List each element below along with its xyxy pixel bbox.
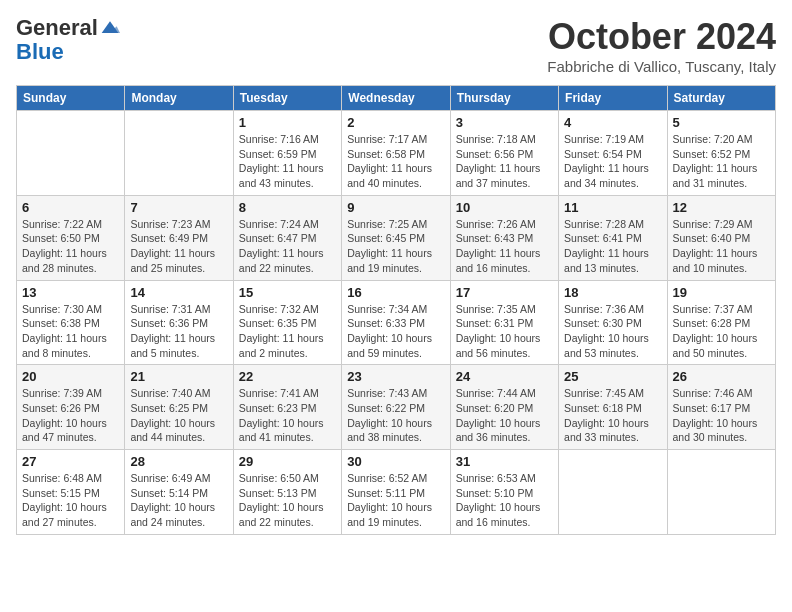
day-number: 13 [22,285,119,300]
day-info: Sunrise: 7:41 AM Sunset: 6:23 PM Dayligh… [239,386,336,445]
day-cell: 9Sunrise: 7:25 AM Sunset: 6:45 PM Daylig… [342,195,450,280]
logo: General Blue [16,16,120,64]
day-cell: 10Sunrise: 7:26 AM Sunset: 6:43 PM Dayli… [450,195,558,280]
day-cell [17,111,125,196]
day-number: 18 [564,285,661,300]
day-info: Sunrise: 7:17 AM Sunset: 6:58 PM Dayligh… [347,132,444,191]
day-number: 29 [239,454,336,469]
day-number: 16 [347,285,444,300]
day-cell: 5Sunrise: 7:20 AM Sunset: 6:52 PM Daylig… [667,111,775,196]
day-number: 20 [22,369,119,384]
day-info: Sunrise: 7:16 AM Sunset: 6:59 PM Dayligh… [239,132,336,191]
day-info: Sunrise: 7:29 AM Sunset: 6:40 PM Dayligh… [673,217,770,276]
col-header-wednesday: Wednesday [342,86,450,111]
day-info: Sunrise: 7:23 AM Sunset: 6:49 PM Dayligh… [130,217,227,276]
day-info: Sunrise: 7:26 AM Sunset: 6:43 PM Dayligh… [456,217,553,276]
day-cell: 31Sunrise: 6:53 AM Sunset: 5:10 PM Dayli… [450,450,558,535]
page-header: General Blue October 2024 Fabbriche di V… [16,16,776,75]
day-info: Sunrise: 7:34 AM Sunset: 6:33 PM Dayligh… [347,302,444,361]
day-info: Sunrise: 7:31 AM Sunset: 6:36 PM Dayligh… [130,302,227,361]
day-info: Sunrise: 7:32 AM Sunset: 6:35 PM Dayligh… [239,302,336,361]
day-info: Sunrise: 7:37 AM Sunset: 6:28 PM Dayligh… [673,302,770,361]
day-info: Sunrise: 6:50 AM Sunset: 5:13 PM Dayligh… [239,471,336,530]
day-number: 25 [564,369,661,384]
day-cell: 1Sunrise: 7:16 AM Sunset: 6:59 PM Daylig… [233,111,341,196]
day-info: Sunrise: 6:53 AM Sunset: 5:10 PM Dayligh… [456,471,553,530]
day-cell: 12Sunrise: 7:29 AM Sunset: 6:40 PM Dayli… [667,195,775,280]
day-cell: 3Sunrise: 7:18 AM Sunset: 6:56 PM Daylig… [450,111,558,196]
day-number: 23 [347,369,444,384]
day-number: 21 [130,369,227,384]
day-info: Sunrise: 7:39 AM Sunset: 6:26 PM Dayligh… [22,386,119,445]
day-info: Sunrise: 6:52 AM Sunset: 5:11 PM Dayligh… [347,471,444,530]
day-cell: 15Sunrise: 7:32 AM Sunset: 6:35 PM Dayli… [233,280,341,365]
day-number: 11 [564,200,661,215]
day-info: Sunrise: 7:36 AM Sunset: 6:30 PM Dayligh… [564,302,661,361]
day-number: 14 [130,285,227,300]
day-cell: 11Sunrise: 7:28 AM Sunset: 6:41 PM Dayli… [559,195,667,280]
day-cell [125,111,233,196]
col-header-friday: Friday [559,86,667,111]
week-row-3: 13Sunrise: 7:30 AM Sunset: 6:38 PM Dayli… [17,280,776,365]
day-cell: 7Sunrise: 7:23 AM Sunset: 6:49 PM Daylig… [125,195,233,280]
day-info: Sunrise: 7:24 AM Sunset: 6:47 PM Dayligh… [239,217,336,276]
day-info: Sunrise: 7:45 AM Sunset: 6:18 PM Dayligh… [564,386,661,445]
day-info: Sunrise: 7:43 AM Sunset: 6:22 PM Dayligh… [347,386,444,445]
day-info: Sunrise: 7:19 AM Sunset: 6:54 PM Dayligh… [564,132,661,191]
day-number: 31 [456,454,553,469]
day-info: Sunrise: 6:48 AM Sunset: 5:15 PM Dayligh… [22,471,119,530]
day-cell: 19Sunrise: 7:37 AM Sunset: 6:28 PM Dayli… [667,280,775,365]
week-row-1: 1Sunrise: 7:16 AM Sunset: 6:59 PM Daylig… [17,111,776,196]
header-row: SundayMondayTuesdayWednesdayThursdayFrid… [17,86,776,111]
day-cell: 29Sunrise: 6:50 AM Sunset: 5:13 PM Dayli… [233,450,341,535]
day-info: Sunrise: 7:40 AM Sunset: 6:25 PM Dayligh… [130,386,227,445]
col-header-monday: Monday [125,86,233,111]
day-cell: 6Sunrise: 7:22 AM Sunset: 6:50 PM Daylig… [17,195,125,280]
day-number: 26 [673,369,770,384]
day-cell: 4Sunrise: 7:19 AM Sunset: 6:54 PM Daylig… [559,111,667,196]
week-row-5: 27Sunrise: 6:48 AM Sunset: 5:15 PM Dayli… [17,450,776,535]
day-number: 4 [564,115,661,130]
day-info: Sunrise: 7:28 AM Sunset: 6:41 PM Dayligh… [564,217,661,276]
day-cell: 8Sunrise: 7:24 AM Sunset: 6:47 PM Daylig… [233,195,341,280]
day-info: Sunrise: 7:46 AM Sunset: 6:17 PM Dayligh… [673,386,770,445]
day-cell: 26Sunrise: 7:46 AM Sunset: 6:17 PM Dayli… [667,365,775,450]
day-number: 8 [239,200,336,215]
day-cell: 28Sunrise: 6:49 AM Sunset: 5:14 PM Dayli… [125,450,233,535]
day-cell: 2Sunrise: 7:17 AM Sunset: 6:58 PM Daylig… [342,111,450,196]
day-number: 24 [456,369,553,384]
day-number: 28 [130,454,227,469]
day-info: Sunrise: 7:35 AM Sunset: 6:31 PM Dayligh… [456,302,553,361]
day-number: 3 [456,115,553,130]
day-cell: 17Sunrise: 7:35 AM Sunset: 6:31 PM Dayli… [450,280,558,365]
day-cell: 27Sunrise: 6:48 AM Sunset: 5:15 PM Dayli… [17,450,125,535]
day-number: 27 [22,454,119,469]
title-block: October 2024 Fabbriche di Vallico, Tusca… [547,16,776,75]
col-header-saturday: Saturday [667,86,775,111]
week-row-2: 6Sunrise: 7:22 AM Sunset: 6:50 PM Daylig… [17,195,776,280]
logo-icon [100,18,120,38]
day-info: Sunrise: 7:30 AM Sunset: 6:38 PM Dayligh… [22,302,119,361]
day-number: 22 [239,369,336,384]
day-number: 5 [673,115,770,130]
day-number: 9 [347,200,444,215]
logo-blue: Blue [16,39,64,64]
day-cell: 30Sunrise: 6:52 AM Sunset: 5:11 PM Dayli… [342,450,450,535]
day-info: Sunrise: 7:44 AM Sunset: 6:20 PM Dayligh… [456,386,553,445]
day-cell: 25Sunrise: 7:45 AM Sunset: 6:18 PM Dayli… [559,365,667,450]
day-info: Sunrise: 7:22 AM Sunset: 6:50 PM Dayligh… [22,217,119,276]
day-info: Sunrise: 7:25 AM Sunset: 6:45 PM Dayligh… [347,217,444,276]
day-cell: 16Sunrise: 7:34 AM Sunset: 6:33 PM Dayli… [342,280,450,365]
logo-general: General [16,16,98,40]
col-header-thursday: Thursday [450,86,558,111]
day-number: 7 [130,200,227,215]
location-title: Fabbriche di Vallico, Tuscany, Italy [547,58,776,75]
day-number: 15 [239,285,336,300]
day-cell [559,450,667,535]
day-number: 6 [22,200,119,215]
day-cell: 22Sunrise: 7:41 AM Sunset: 6:23 PM Dayli… [233,365,341,450]
day-cell: 13Sunrise: 7:30 AM Sunset: 6:38 PM Dayli… [17,280,125,365]
day-cell: 21Sunrise: 7:40 AM Sunset: 6:25 PM Dayli… [125,365,233,450]
day-cell [667,450,775,535]
day-cell: 14Sunrise: 7:31 AM Sunset: 6:36 PM Dayli… [125,280,233,365]
